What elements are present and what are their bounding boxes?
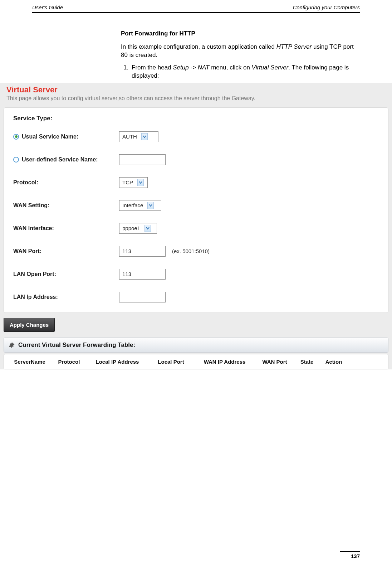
lan-open-port-input[interactable]: 113 [119,269,166,280]
wan-port-value: 113 [122,248,131,254]
page-number-rule [340,551,360,552]
forwarding-table-columns: ServerName Protocol Local IP Address Loc… [4,354,388,369]
service-type-label: Service Type: [13,115,379,122]
page-subtitle: This page allows you to config virtual s… [4,95,388,107]
router-screenshot: Virtual Server This page allows you to c… [0,83,392,369]
usual-service-radio[interactable] [13,134,19,140]
step1-a: From the head [132,64,173,71]
userdef-service-label: User-defined Service Name: [22,156,98,163]
step1-em2: Virtual Server [252,64,289,71]
wan-interface-value: pppoe1 [122,225,140,231]
step1-em1: Setup -> NAT [173,64,209,71]
wan-interface-label: WAN Interface: [13,225,54,232]
intro-text-1: In this example configuration, a custom … [121,43,276,50]
lan-ip-input[interactable] [119,292,166,302]
wan-port-input[interactable]: 113 [119,246,166,257]
form-panel: Service Type: Usual Service Name: AUTH U… [4,107,388,313]
wan-port-label: WAN Port: [13,248,41,255]
protocol-select[interactable]: TCP [119,177,148,188]
usual-service-select[interactable]: AUTH [119,131,158,142]
forwarding-table-header: Current Virtual Server Forwarding Table: [4,338,388,353]
step1-b: menu, click on [209,64,251,71]
userdef-service-radio[interactable] [13,157,19,163]
col-action: Action [319,359,348,365]
col-state: State [294,359,319,365]
col-wan-ip: WAN IP Address [194,359,255,365]
wan-interface-select[interactable]: pppoe1 [119,223,157,234]
intro-paragraph: In this example configuration, a custom … [121,43,360,59]
gear-icon [8,342,15,348]
protocol-value: TCP [122,179,133,185]
header-left: User's Guide [32,4,63,10]
lan-open-port-value: 113 [122,271,131,277]
wan-setting-select[interactable]: Interface [119,200,161,211]
header-rule [32,12,360,13]
col-local-ip: Local IP Address [87,359,148,365]
page-title: Virtual Server [4,83,388,95]
chevron-down-icon [147,202,154,209]
page-number: 137 [351,553,360,559]
section-title: Port Forwarding for HTTP [121,30,360,38]
apply-changes-button[interactable]: Apply Changes [4,318,55,332]
col-local-port: Local Port [148,359,194,365]
chevron-down-icon [144,225,151,232]
page-number-value: 137 [351,553,360,559]
lan-ip-label: LAN Ip Address: [13,294,58,300]
col-servername: ServerName [8,359,51,365]
forwarding-table-title: Current Virtual Server Forwarding Table: [18,341,135,349]
chevron-down-icon [137,179,144,186]
step-1: From the head Setup -> NAT menu, click o… [130,64,360,80]
protocol-label: Protocol: [13,179,38,186]
header-right: Configuring your Computers [293,4,360,10]
wan-setting-value: Interface [122,202,143,208]
lan-open-port-label: LAN Open Port: [13,271,56,277]
chevron-down-icon [141,133,148,140]
userdef-service-input[interactable] [119,154,166,165]
col-wan-port: WAN Port [255,359,294,365]
intro-em: HTTP Server [276,43,312,50]
usual-service-value: AUTH [122,134,137,140]
wan-port-hint: (ex. 5001:5010) [172,248,210,254]
usual-service-label: Usual Service Name: [22,134,78,140]
col-protocol: Protocol [51,359,87,365]
wan-setting-label: WAN Setting: [13,202,49,209]
